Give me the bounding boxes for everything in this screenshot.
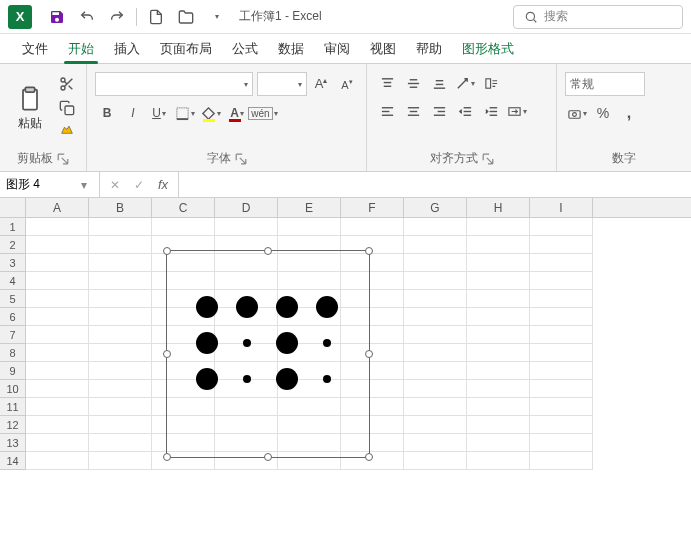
cell[interactable] [26, 236, 89, 254]
row-header[interactable]: 3 [0, 254, 25, 272]
cell[interactable] [530, 308, 593, 326]
cell[interactable] [404, 344, 467, 362]
column-header[interactable]: D [215, 198, 278, 217]
cell[interactable] [89, 254, 152, 272]
cell[interactable] [404, 236, 467, 254]
tab-审阅[interactable]: 审阅 [314, 35, 360, 63]
cell[interactable] [530, 344, 593, 362]
cell[interactable] [467, 434, 530, 452]
phonetic-button[interactable]: wén▾ [251, 102, 275, 124]
cell[interactable] [215, 218, 278, 236]
name-box[interactable]: ▾ [0, 172, 100, 197]
cell[interactable] [467, 416, 530, 434]
cell[interactable] [26, 254, 89, 272]
cell[interactable] [89, 452, 152, 470]
column-header[interactable]: H [467, 198, 530, 217]
number-format-combo[interactable]: 常规 [565, 72, 645, 96]
cell[interactable] [26, 452, 89, 470]
cell[interactable] [530, 236, 593, 254]
cell[interactable] [467, 290, 530, 308]
align-left-button[interactable] [375, 100, 399, 122]
cell[interactable] [26, 326, 89, 344]
borders-button[interactable]: ▾ [173, 102, 197, 124]
row-header[interactable]: 9 [0, 362, 25, 380]
shape-selection[interactable] [166, 250, 370, 458]
qat-customize-button[interactable]: ▾ [203, 4, 229, 30]
cell[interactable] [467, 344, 530, 362]
cell[interactable] [530, 218, 593, 236]
column-header[interactable]: E [278, 198, 341, 217]
cell[interactable] [89, 218, 152, 236]
tab-公式[interactable]: 公式 [222, 35, 268, 63]
cell[interactable] [404, 434, 467, 452]
cell[interactable] [404, 326, 467, 344]
row-header[interactable]: 12 [0, 416, 25, 434]
cell[interactable] [467, 308, 530, 326]
tab-开始[interactable]: 开始 [58, 35, 104, 63]
formula-input[interactable] [179, 172, 691, 197]
cell[interactable] [404, 290, 467, 308]
row-header[interactable]: 1 [0, 218, 25, 236]
decrease-font-button[interactable]: A▾ [335, 73, 359, 95]
column-header[interactable]: I [530, 198, 593, 217]
open-file-button[interactable] [173, 4, 199, 30]
cell[interactable] [467, 236, 530, 254]
cell[interactable] [404, 254, 467, 272]
cell[interactable] [341, 218, 404, 236]
cell[interactable] [89, 272, 152, 290]
name-box-input[interactable] [0, 178, 74, 192]
cell[interactable] [467, 326, 530, 344]
new-file-button[interactable] [143, 4, 169, 30]
row-header[interactable]: 5 [0, 290, 25, 308]
align-center-button[interactable] [401, 100, 425, 122]
tab-页面布局[interactable]: 页面布局 [150, 35, 222, 63]
cell[interactable] [26, 272, 89, 290]
cell[interactable] [89, 290, 152, 308]
font-color-button[interactable]: A▾ [225, 102, 249, 124]
cell[interactable] [530, 416, 593, 434]
cell[interactable] [26, 308, 89, 326]
cell[interactable] [467, 218, 530, 236]
cell[interactable] [404, 362, 467, 380]
cells-area[interactable] [26, 218, 691, 539]
cell[interactable] [404, 416, 467, 434]
cell[interactable] [278, 218, 341, 236]
paste-button[interactable]: 粘贴 [8, 74, 52, 142]
cell[interactable] [467, 272, 530, 290]
row-header[interactable]: 11 [0, 398, 25, 416]
cell[interactable] [89, 416, 152, 434]
cell[interactable] [404, 272, 467, 290]
search-box[interactable]: 搜索 [513, 5, 683, 29]
redo-button[interactable] [104, 4, 130, 30]
cut-button[interactable] [56, 74, 78, 94]
decrease-indent-button[interactable] [453, 100, 477, 122]
underline-button[interactable]: U▾ [147, 102, 171, 124]
column-header[interactable]: G [404, 198, 467, 217]
cell[interactable] [404, 452, 467, 470]
italic-button[interactable]: I [121, 102, 145, 124]
cell[interactable] [89, 434, 152, 452]
cell[interactable] [467, 254, 530, 272]
row-header[interactable]: 14 [0, 452, 25, 470]
cell[interactable] [467, 398, 530, 416]
alignment-launcher-icon[interactable] [482, 153, 494, 165]
wrap-text-button[interactable] [479, 72, 503, 94]
cell[interactable] [152, 218, 215, 236]
row-header[interactable]: 6 [0, 308, 25, 326]
cell[interactable] [404, 380, 467, 398]
cell[interactable] [530, 362, 593, 380]
fill-color-button[interactable]: ▾ [199, 102, 223, 124]
column-header[interactable]: C [152, 198, 215, 217]
font-name-combo[interactable]: ▾ [95, 72, 253, 96]
cell[interactable] [89, 236, 152, 254]
tab-数据[interactable]: 数据 [268, 35, 314, 63]
percent-button[interactable]: % [591, 102, 615, 124]
cell[interactable] [89, 326, 152, 344]
orientation-button[interactable]: ▾ [453, 72, 477, 94]
align-bottom-button[interactable] [427, 72, 451, 94]
cancel-formula-button[interactable]: ✕ [104, 174, 126, 196]
cell[interactable] [26, 362, 89, 380]
cell[interactable] [467, 380, 530, 398]
insert-function-button[interactable]: fx [152, 174, 174, 196]
increase-font-button[interactable]: A▴ [309, 73, 333, 95]
